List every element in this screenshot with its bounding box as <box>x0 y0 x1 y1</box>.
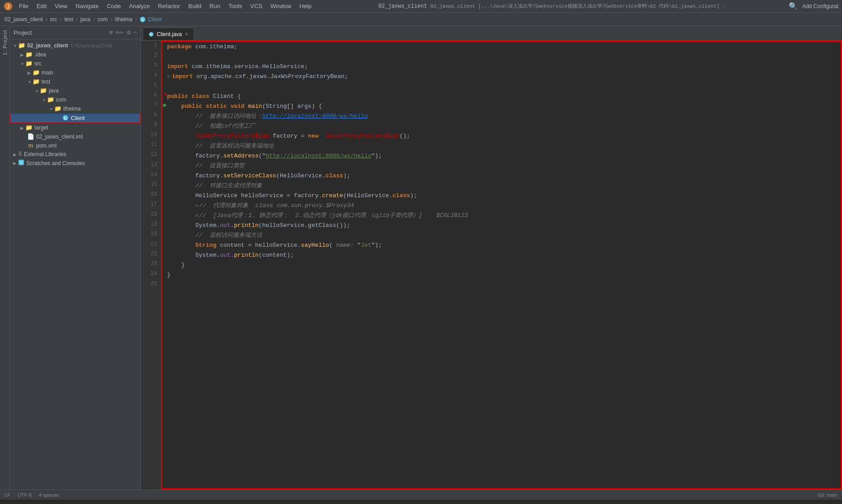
path-segment-com[interactable]: com <box>98 16 108 23</box>
menu-edit[interactable]: Edit <box>33 2 50 10</box>
menu-window[interactable]: Window <box>267 2 295 10</box>
tree-label-test: test <box>42 79 50 85</box>
library-icon: ⠿ <box>18 151 22 157</box>
line-num-21: 21 <box>141 239 161 249</box>
line-num-8: 8 <box>141 110 161 120</box>
sync-icon[interactable]: ⊕ <box>110 29 113 36</box>
path-segment-java[interactable]: java <box>80 16 90 23</box>
tree-label-itheima: itheima <box>63 106 81 112</box>
project-panel-label[interactable]: 1: Project <box>2 30 8 55</box>
line-num-9: 9 <box>141 120 161 130</box>
path-segment-client[interactable]: C Client <box>140 16 162 23</box>
line-num-18: 18 <box>141 209 161 219</box>
iml-icon: 📄 <box>27 133 34 140</box>
line-num-20: 20 <box>141 229 161 239</box>
svg-text:J: J <box>7 3 10 10</box>
svg-text:C: C <box>150 33 152 36</box>
menu-help[interactable]: Help <box>296 2 315 10</box>
tree-item-target[interactable]: ▶ 📁 target <box>10 123 140 132</box>
tree-arrow-com: ▾ <box>41 97 47 102</box>
add-configuration-button[interactable]: Add Configurat <box>802 3 838 9</box>
line-num-22: 22 <box>141 249 161 259</box>
menu-build[interactable]: Build <box>185 2 205 10</box>
tree-arrow-extlib: ▶ <box>12 152 18 157</box>
tree-label-pom: pom.xml <box>36 143 56 149</box>
tree-item-itheima[interactable]: ▾ 📁 itheima <box>10 104 140 113</box>
menu-analyze[interactable]: Analyze <box>126 2 154 10</box>
code-line-5 <box>167 82 841 92</box>
line-num-11: 11 <box>141 140 161 150</box>
tree-item-test[interactable]: ▾ 📁 test <box>10 77 140 86</box>
menu-code[interactable]: Code <box>103 2 125 10</box>
sidebar-title: Project <box>14 29 32 36</box>
code-line-21: String content = helloService.sayHello( … <box>167 240 841 250</box>
line-num-6: 6 ➤ <box>141 90 161 100</box>
svg-text:C: C <box>64 116 67 120</box>
menu-navigate[interactable]: Navigate <box>72 2 102 10</box>
close-sidebar-icon[interactable]: — <box>133 29 137 36</box>
menu-file[interactable]: File <box>15 2 32 10</box>
code-line-20: // 远程访问服务端方法 <box>167 231 841 240</box>
tree-label-iml: 02_jaxws_client.iml <box>36 134 83 140</box>
path-segment-src[interactable]: src <box>50 16 57 23</box>
sidebar-header-icons: ⊕ ⟸ ⚙ — <box>110 29 137 36</box>
line-num-12: 12 <box>141 150 161 160</box>
code-line-14: factory.setServiceClass(HelloService.cla… <box>167 171 841 181</box>
tab-client-java[interactable]: C Client.java ✕ <box>143 28 194 40</box>
tree-arrow-root: ▾ <box>12 43 18 48</box>
menu-tools[interactable]: Tools <box>225 2 246 10</box>
search-icon[interactable]: 🔍 <box>789 2 798 10</box>
line-num-4: 4 <box>141 70 161 80</box>
tree-label-com: com <box>56 97 66 103</box>
tree-item-extlib[interactable]: ▶ ⠿ External Libraries <box>10 150 140 158</box>
tree-label-target: target <box>34 125 48 131</box>
tab-label-client: Client.java <box>157 31 182 37</box>
folder-icon-java: 📁 <box>40 87 47 94</box>
tree-label-idea: .idea <box>34 51 46 58</box>
tab-close-button[interactable]: ✕ <box>185 32 188 37</box>
menu-vcs[interactable]: VCS <box>247 2 266 10</box>
code-line-11: // 设置远程访问服务端地址 <box>167 141 841 151</box>
path-segment-itheima[interactable]: itheima <box>115 16 133 23</box>
path-segment-root[interactable]: 02_jaxws_client <box>5 16 43 23</box>
folder-icon-main: 📁 <box>33 69 40 76</box>
tree-item-idea[interactable]: ▶ 📁 .idea <box>10 50 140 59</box>
tree-item-iml[interactable]: ▶ 📄 02_jaxws_client.iml <box>10 132 140 141</box>
code-line-9: // 创建cxf代理工厂 <box>167 121 841 131</box>
code-line-17: ⊖ // 代理对象对象 class com.sun.proxy.$Proxy34 <box>167 201 841 211</box>
tree-item-main[interactable]: ▶ 📁 main <box>10 68 140 77</box>
line-num-23: 23 <box>141 259 161 269</box>
tree-item-com[interactable]: ▾ 📁 com <box>10 95 140 104</box>
menu-run[interactable]: Run <box>206 2 224 10</box>
code-line-7: public static void main(String[] args) { <box>167 102 841 111</box>
menu-bar: J File Edit View Navigate Code Analyze R… <box>0 0 842 13</box>
java-icon-client: C <box>62 115 69 122</box>
line-num-2: 2 <box>141 51 161 60</box>
tree-arrow-java: ▾ <box>33 88 40 93</box>
code-editor[interactable]: package com.itheima; import com.itheima.… <box>161 41 842 490</box>
menu-refactor[interactable]: Refactor <box>154 2 184 10</box>
line-num-24: 24 <box>141 269 161 279</box>
tree-item-src[interactable]: ▾ 📁 src <box>10 59 140 68</box>
folder-icon-target: 📁 <box>25 124 33 131</box>
settings-gear-icon[interactable]: ⚙ <box>127 29 130 36</box>
tree-item-java[interactable]: ▾ 📁 java <box>10 86 140 95</box>
tree-item-root[interactable]: ▾ 📁 02_jaxws_client C:\Users\augt2\Vid <box>10 41 140 50</box>
svg-text:S: S <box>20 161 22 165</box>
tab-bar: C Client.java ✕ <box>141 26 842 41</box>
tree-item-pom[interactable]: ▶ m pom.xml <box>10 141 140 150</box>
main-layout: 1: Project Project ⊕ ⟸ ⚙ — ▾ 📁 02_jaxws_… <box>0 26 842 490</box>
path-segment-test[interactable]: test <box>65 16 73 23</box>
status-utf8: UTF-8 <box>18 492 32 498</box>
collapse-icon[interactable]: ⟸ <box>116 29 124 36</box>
editor-area: C Client.java ✕ 1 2 3 4 5 6 ➤ 7 ▶ <box>141 26 842 490</box>
tree-item-client[interactable]: ▶ C Client <box>10 113 140 123</box>
tree-arrow-client: ▶ <box>56 116 62 121</box>
menu-view[interactable]: View <box>51 2 71 10</box>
tree-path-root: C:\Users\augt2\Vid <box>71 43 112 48</box>
tree-label-scratches: Scratches and Consoles <box>26 160 85 166</box>
tree-item-scratches[interactable]: ▶ S Scratches and Consoles <box>10 158 140 168</box>
module-icon: 📁 <box>18 42 25 49</box>
line-num-19: 19 <box>141 219 161 229</box>
code-line-18: ⊖ // [Java代理：1. 静态代理； 2.动态代理（jdk接口代理、cgl… <box>167 211 841 221</box>
